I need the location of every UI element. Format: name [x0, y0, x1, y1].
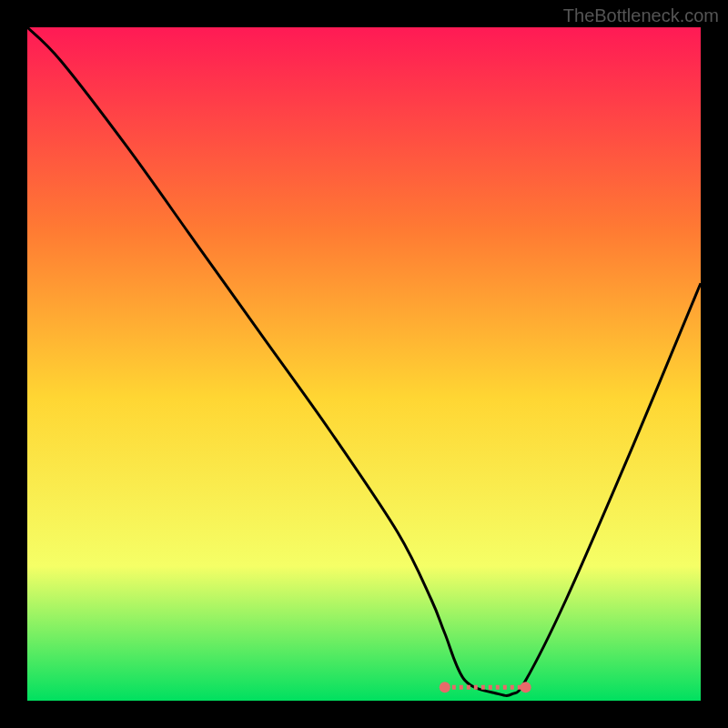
svg-point-2 [521, 682, 531, 693]
watermark-text: TheBottleneck.com [563, 5, 719, 26]
plot-area [27, 27, 701, 701]
gradient-background [27, 27, 701, 701]
chart-svg [27, 27, 701, 701]
svg-point-1 [440, 682, 450, 693]
chart-container: TheBottleneck.com [0, 0, 728, 728]
